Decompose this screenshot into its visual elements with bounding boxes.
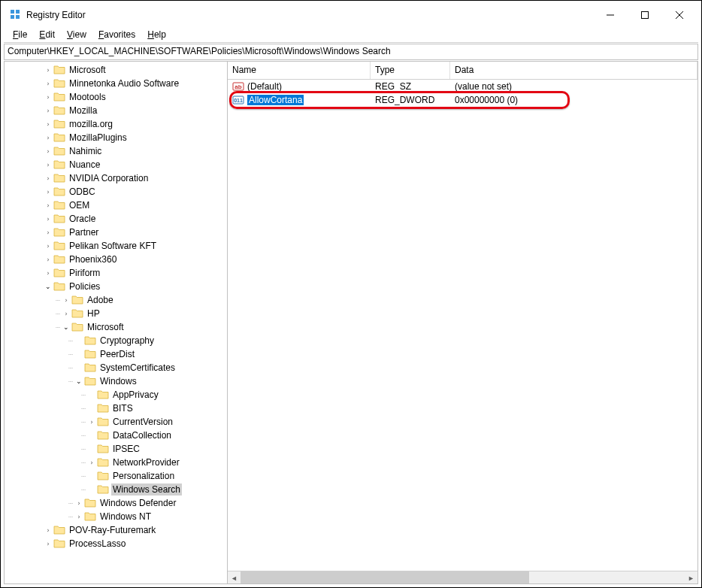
tree-expander-icon[interactable]: › (43, 132, 53, 143)
tree-item[interactable]: ┈Windows Search (5, 483, 227, 496)
tree-item[interactable]: ┈›Windows NT (5, 510, 227, 523)
tree-item[interactable]: ›Oracle (5, 212, 227, 226)
tree-expander-icon[interactable]: › (43, 538, 53, 549)
tree-expander-icon[interactable] (86, 444, 97, 454)
menubar: File Edit View Favorites Help (4, 26, 698, 43)
tree-expander-icon[interactable]: › (61, 295, 71, 305)
menu-edit[interactable]: Edit (33, 28, 61, 41)
close-button[interactable] (662, 4, 697, 26)
tree-expander-icon[interactable]: › (43, 186, 53, 197)
tree-item[interactable]: ›NVIDIA Corporation (5, 171, 227, 185)
list-body[interactable]: ab(Default)REG_SZ(value not set)011Allow… (228, 80, 697, 571)
tree-item[interactable]: ┈SystemCertificates (5, 361, 227, 374)
tree-expander-icon[interactable]: › (43, 65, 53, 75)
tree-item[interactable]: ┈›Adobe (5, 293, 227, 307)
tree-expander-icon[interactable]: › (43, 159, 53, 170)
tree-expander-icon[interactable]: › (43, 525, 53, 535)
tree-expander-icon[interactable]: ⌄ (43, 281, 53, 292)
tree-item[interactable]: ›Mootools (5, 90, 227, 104)
tree-expander-icon[interactable]: › (43, 241, 53, 251)
tree-expander-icon[interactable]: ⌄ (61, 322, 71, 332)
address-bar[interactable]: Computer\HKEY_LOCAL_MACHINE\SOFTWARE\Pol… (4, 44, 698, 60)
tree-item[interactable]: ┈BITS (5, 402, 227, 415)
tree-expander-icon[interactable] (86, 430, 97, 441)
tree-label: Policies (68, 280, 101, 292)
tree-expander-icon[interactable]: › (43, 119, 53, 129)
tree-label: mozilla.org (68, 118, 114, 130)
column-data[interactable]: Data (450, 62, 697, 79)
tree-expander-icon[interactable]: › (43, 92, 53, 102)
tree-expander-icon[interactable]: › (43, 200, 53, 211)
tree-expander-icon[interactable]: › (74, 498, 84, 508)
tree-item[interactable]: ⌄Policies (5, 280, 227, 293)
tree-item[interactable]: ┈DataCollection (5, 429, 227, 442)
tree-label: SystemCertificates (98, 362, 177, 374)
tree-expander-icon[interactable]: › (43, 105, 53, 116)
horizontal-scrollbar[interactable]: ◄ ► (228, 571, 697, 583)
maximize-button[interactable] (628, 4, 662, 26)
tree-expander-icon[interactable]: › (86, 457, 97, 468)
tree-item[interactable]: ┈PeerDist (5, 347, 227, 361)
dword-value-icon: 011 (232, 94, 244, 106)
tree-item[interactable]: ┈›NetworkProvider (5, 456, 227, 469)
tree-item[interactable]: ›mozilla.org (5, 117, 227, 131)
tree-item[interactable]: ›Nahimic (5, 144, 227, 158)
tree-item[interactable]: ›POV-Ray-Futuremark (5, 523, 227, 537)
column-type[interactable]: Type (371, 62, 450, 79)
tree-expander-icon[interactable] (74, 362, 84, 373)
menu-view[interactable]: View (61, 28, 92, 41)
scroll-thumb[interactable] (241, 571, 529, 583)
value-row[interactable]: ab(Default)REG_SZ(value not set) (228, 80, 697, 93)
tree-item[interactable]: ›OEM (5, 199, 227, 212)
tree-item[interactable]: ›Partner (5, 226, 227, 239)
tree-item[interactable]: ›Nuance (5, 158, 227, 171)
tree-expander-icon[interactable]: › (43, 146, 53, 156)
tree-label: Cryptography (98, 335, 156, 347)
minimize-button[interactable] (593, 4, 628, 26)
tree-expander-icon[interactable]: › (86, 417, 97, 427)
tree-expander-icon[interactable]: › (74, 511, 84, 522)
tree-expander-icon[interactable]: › (43, 78, 53, 89)
tree-expander-icon[interactable]: › (43, 227, 53, 238)
value-row[interactable]: 011AllowCortanaREG_DWORD0x00000000 (0) (228, 93, 697, 107)
tree-expander-icon[interactable] (86, 389, 97, 400)
tree-panel[interactable]: ›Microsoft›Minnetonka Audio Software›Moo… (5, 62, 228, 583)
tree-expander-icon[interactable]: ⌄ (74, 376, 84, 386)
tree-expander-icon[interactable] (86, 471, 97, 481)
tree-item[interactable]: ›Microsoft (5, 63, 227, 77)
tree-item[interactable]: ┈›CurrentVersion (5, 415, 227, 429)
tree-expander-icon[interactable] (86, 484, 97, 495)
tree-item[interactable]: ┈›Windows Defender (5, 496, 227, 510)
tree-item[interactable]: ›ODBC (5, 185, 227, 199)
tree-item[interactable]: ┈AppPrivacy (5, 388, 227, 402)
tree-item[interactable]: ┈IPSEC (5, 442, 227, 456)
menu-favorites[interactable]: Favorites (92, 28, 141, 41)
tree-item[interactable]: ›Piriform (5, 266, 227, 280)
svg-text:ab: ab (235, 83, 241, 90)
tree-item[interactable]: ┈Cryptography (5, 334, 227, 347)
tree-item[interactable]: ┈⌄Microsoft (5, 320, 227, 334)
tree-item[interactable]: ›Minnetonka Audio Software (5, 77, 227, 90)
tree-item[interactable]: ›ProcessLasso (5, 537, 227, 550)
menu-file[interactable]: File (7, 28, 33, 41)
tree-expander-icon[interactable]: › (43, 173, 53, 183)
tree-item[interactable]: ┈⌄Windows (5, 374, 227, 388)
tree-item[interactable]: ┈Personalization (5, 469, 227, 483)
menu-help[interactable]: Help (141, 28, 172, 41)
tree-expander-icon[interactable] (74, 349, 84, 359)
tree-item[interactable]: ›MozillaPlugins (5, 131, 227, 144)
tree-item[interactable]: ┈›HP (5, 307, 227, 320)
tree-expander-icon[interactable]: › (43, 254, 53, 265)
tree-expander-icon[interactable] (86, 403, 97, 414)
scroll-left-icon[interactable]: ◄ (228, 571, 241, 583)
tree-item[interactable]: ›Mozilla (5, 104, 227, 117)
tree-expander-icon[interactable] (74, 335, 84, 346)
column-name[interactable]: Name (228, 62, 371, 79)
tree-item[interactable]: ›Phoenix360 (5, 253, 227, 266)
tree-expander-icon[interactable]: › (43, 268, 53, 278)
tree-expander-icon[interactable]: › (61, 308, 71, 319)
scroll-track[interactable] (241, 571, 685, 583)
tree-item[interactable]: ›Pelikan Software KFT (5, 239, 227, 253)
scroll-right-icon[interactable]: ► (685, 571, 697, 583)
tree-expander-icon[interactable]: › (43, 214, 53, 224)
